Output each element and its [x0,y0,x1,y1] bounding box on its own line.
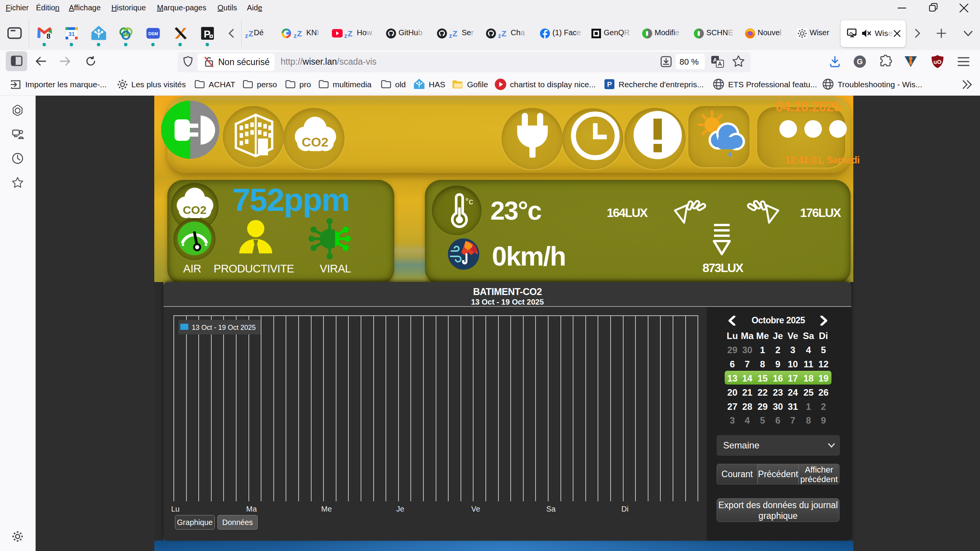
svg-text:CO2: CO2 [302,135,328,149]
svg-text:G: G [857,57,863,66]
svg-text:DSM: DSM [148,31,158,36]
svg-text:31: 31 [69,31,75,37]
svg-text:°c: °c [465,196,473,206]
svg-text:CO2: CO2 [183,204,207,216]
svg-text:uO: uO [934,59,942,65]
svg-text:P: P [607,80,612,88]
svg-text:8: 8 [46,32,51,40]
